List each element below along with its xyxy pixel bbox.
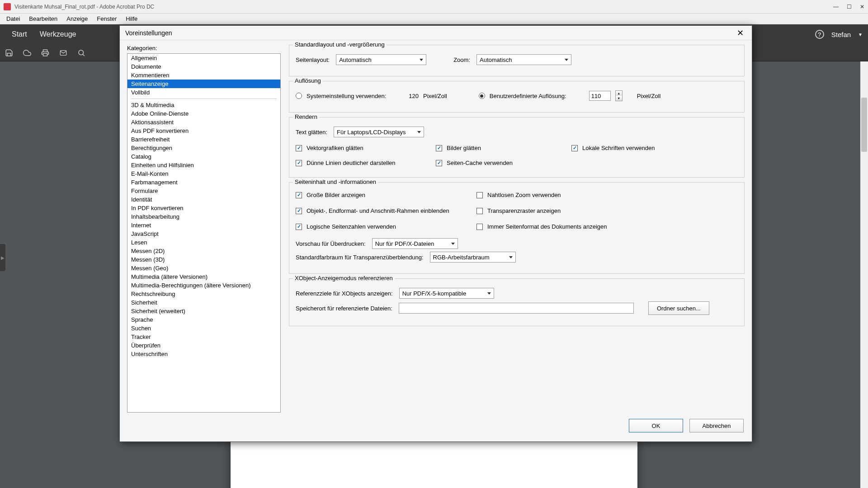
group-content-title: Seiteninhalt und -informationen	[293, 178, 378, 185]
titlebar: Visitenkarte Muhsal_Final_rot.pdf - Adob…	[0, 0, 868, 14]
category-item[interactable]: Lesen	[127, 238, 280, 247]
seamless-zoom-check[interactable]	[476, 192, 483, 198]
print-icon[interactable]	[41, 48, 50, 57]
tab-start[interactable]: Start	[5, 30, 33, 38]
xobject-loc-input[interactable]	[399, 303, 634, 314]
menu-datei[interactable]: Datei	[2, 15, 24, 22]
browse-folder-button[interactable]: Ordner suchen...	[648, 301, 709, 315]
category-item[interactable]: Suchen	[127, 324, 280, 333]
resolution-unit-1: Pixel/Zoll	[423, 93, 447, 99]
svg-line-4	[83, 54, 85, 56]
menu-fenster[interactable]: Fenster	[92, 15, 121, 22]
svg-rect-0	[43, 50, 47, 52]
panel-expand-handle[interactable]: ▶	[0, 244, 5, 271]
pagelayout-select[interactable]: Automatisch	[336, 54, 426, 65]
resolution-spinner[interactable]: ▲▼	[615, 90, 623, 101]
category-item[interactable]: Überprüfen	[127, 341, 280, 350]
category-item[interactable]: Internet	[127, 221, 280, 230]
zoom-select[interactable]: Automatisch	[476, 54, 571, 65]
categories-label: Kategorien:	[127, 45, 281, 52]
category-item[interactable]: Vollbild	[127, 88, 280, 97]
category-item[interactable]: Formulare	[127, 187, 280, 195]
menu-bearbeiten[interactable]: Bearbeiten	[24, 15, 62, 22]
dialog-close-icon[interactable]: ✕	[734, 27, 746, 39]
category-item[interactable]: In PDF konvertieren	[127, 204, 280, 212]
svg-point-3	[79, 50, 84, 55]
category-item[interactable]: Farbmanagement	[127, 178, 280, 187]
category-item[interactable]: Multimedia-Berechtigungen (ältere Versio…	[127, 281, 280, 290]
category-item[interactable]: Sicherheit	[127, 298, 280, 307]
search-icon[interactable]	[77, 48, 86, 57]
category-item[interactable]: Aktionsassistent	[127, 118, 280, 127]
category-item[interactable]: Inhaltsbearbeitung	[127, 212, 280, 221]
show-boxes-check[interactable]: ✓	[296, 208, 302, 214]
group-render-title: Rendern	[293, 113, 319, 120]
blend-select[interactable]: RGB-Arbeitsfarbraum	[430, 252, 516, 263]
custom-resolution-input[interactable]	[589, 91, 611, 101]
thin-lines-check[interactable]: ✓	[296, 160, 302, 166]
scrollbar-vertical[interactable]	[860, 61, 868, 488]
pagelayout-label: Seitenlayout:	[296, 56, 330, 63]
app-icon	[4, 3, 11, 10]
category-item[interactable]: Kommentieren	[127, 71, 280, 80]
save-icon[interactable]	[5, 48, 14, 57]
transparency-grid-check[interactable]	[476, 208, 483, 214]
user-menu-chevron-icon[interactable]: ▼	[858, 32, 863, 37]
category-item[interactable]: Berechtigungen	[127, 144, 280, 152]
category-item[interactable]: Messen (3D)	[127, 255, 280, 264]
category-item[interactable]: Einheiten und Hilfslinien	[127, 161, 280, 169]
image-smooth-check[interactable]: ✓	[436, 145, 442, 151]
category-item[interactable]: Seitenanzeige	[127, 80, 280, 88]
category-item[interactable]: Multimedia (ältere Versionen)	[127, 272, 280, 281]
category-item[interactable]: E-Mail-Konten	[127, 169, 280, 178]
large-images-check[interactable]: ✓	[296, 192, 302, 198]
minimize-icon[interactable]: —	[833, 4, 839, 10]
dialog-title: Voreinstellungen	[125, 29, 172, 37]
category-item[interactable]: Barrierefreiheit	[127, 135, 280, 144]
cloud-icon[interactable]	[23, 48, 32, 57]
category-item[interactable]: Rechtschreibung	[127, 290, 280, 298]
ok-button[interactable]: OK	[629, 419, 683, 432]
category-item[interactable]: Tracker	[127, 333, 280, 341]
category-item[interactable]: Adobe Online-Dienste	[127, 109, 280, 118]
category-item[interactable]: Messen (Geo)	[127, 264, 280, 272]
category-item[interactable]: Identität	[127, 195, 280, 204]
local-fonts-check[interactable]: ✓	[571, 145, 578, 151]
page-cache-check[interactable]: ✓	[436, 160, 442, 166]
category-item[interactable]: Messen (2D)	[127, 247, 280, 255]
category-item[interactable]: Sprache	[127, 315, 280, 324]
category-item[interactable]: Dokumente	[127, 62, 280, 71]
menubar: Datei Bearbeiten Anzeige Fenster Hilfe	[0, 14, 868, 24]
mail-icon[interactable]	[59, 48, 68, 57]
text-smooth-label: Text glätten:	[296, 129, 327, 136]
logical-pages-check[interactable]: ✓	[296, 224, 302, 230]
preferences-dialog: Voreinstellungen ✕ Kategorien: Allgemein…	[119, 25, 752, 442]
tab-tools[interactable]: Werkzeuge	[33, 30, 83, 38]
user-name[interactable]: Stefan	[831, 31, 851, 38]
xobject-ref-select[interactable]: Nur PDF/X-5-kompatible	[399, 288, 494, 299]
system-resolution-radio[interactable]	[296, 93, 302, 99]
custom-resolution-radio[interactable]	[479, 93, 485, 99]
category-item[interactable]: Catalog	[127, 152, 280, 161]
custom-resolution-label: Benutzerdefinierte Auflösung:	[490, 93, 566, 99]
category-item[interactable]: Sicherheit (erweitert)	[127, 307, 280, 315]
group-layout-title: Standardlayout und -vergrößerung	[293, 41, 387, 48]
category-item[interactable]: Unterschriften	[127, 350, 280, 358]
text-smooth-select[interactable]: Für Laptops/LCD-Displays	[334, 127, 424, 137]
help-icon[interactable]: ?	[815, 30, 824, 39]
always-pageformat-check[interactable]	[476, 224, 483, 230]
cancel-button[interactable]: Abbrechen	[689, 419, 744, 432]
category-item[interactable]: 3D & Multimedia	[127, 101, 280, 109]
category-item[interactable]: JavaScript	[127, 230, 280, 238]
menu-anzeige[interactable]: Anzeige	[62, 15, 92, 22]
close-icon[interactable]: ✕	[860, 4, 864, 10]
maximize-icon[interactable]: ☐	[847, 4, 852, 10]
vector-smooth-check[interactable]: ✓	[296, 145, 302, 151]
overprint-select[interactable]: Nur für PDF/X-Dateien	[372, 238, 458, 249]
category-item[interactable]: Allgemein	[127, 54, 280, 62]
categories-list[interactable]: AllgemeinDokumenteKommentierenSeitenanze…	[127, 53, 281, 413]
category-item[interactable]: Aus PDF konvertieren	[127, 127, 280, 135]
xobject-ref-label: Referenzziele für XObjects anzeigen:	[296, 290, 393, 297]
blend-label: Standardfarbraum für Transparenzüberblen…	[296, 254, 424, 261]
menu-hilfe[interactable]: Hilfe	[121, 15, 142, 22]
